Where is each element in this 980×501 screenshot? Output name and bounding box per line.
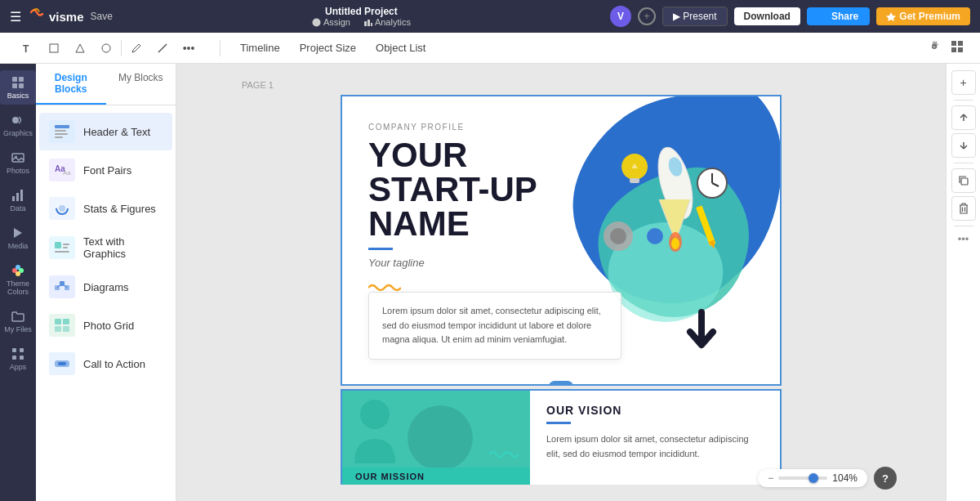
photo-grid-icon — [49, 314, 75, 337]
svg-rect-17 — [19, 83, 24, 88]
logo-v-icon — [28, 6, 46, 28]
panel-item-photo-grid[interactable]: Photo Grid — [39, 306, 172, 344]
svg-rect-23 — [20, 190, 23, 201]
svg-rect-15 — [19, 77, 24, 82]
hamburger-icon[interactable]: ☰ — [10, 9, 21, 25]
duplicate-button[interactable] — [951, 168, 976, 193]
cta-icon — [49, 352, 75, 375]
resize-handle[interactable] — [549, 381, 573, 386]
svg-rect-42 — [63, 244, 69, 245]
panel-item-diagrams[interactable]: Diagrams — [39, 268, 172, 306]
share-button[interactable]: Share — [807, 7, 870, 25]
move-up-button[interactable] — [951, 105, 976, 130]
svg-rect-71 — [557, 385, 565, 386]
move-down-button[interactable] — [951, 133, 976, 158]
canvas-page-2[interactable]: OUR MISSION OUR VISION Lorem ipsum dolor… — [341, 389, 782, 485]
tagline: Your tagline — [368, 257, 597, 269]
object-list-tab[interactable]: Object List — [376, 38, 425, 57]
line-tool-button[interactable] — [151, 37, 174, 60]
save-button[interactable]: Save — [91, 11, 113, 22]
zoom-minus-button[interactable]: − — [768, 472, 773, 484]
startup-name[interactable]: YOURSTART-UPNAME — [368, 138, 597, 241]
panel-item-label: Call to Action — [83, 358, 145, 370]
assign-link[interactable]: Assign — [312, 17, 350, 27]
canvas-page-1[interactable]: COMPANY PROFILE YOURSTART-UPNAME Your ta… — [341, 95, 782, 386]
svg-rect-33 — [55, 125, 69, 128]
settings-icon[interactable] — [928, 40, 941, 56]
sidebar-item-photos[interactable]: Photos — [0, 145, 36, 180]
download-button[interactable]: Download — [734, 7, 800, 25]
text-tool-button[interactable]: T — [16, 37, 39, 60]
svg-rect-52 — [55, 326, 61, 332]
sidebar-item-label-photos: Photos — [7, 167, 29, 175]
panel-item-label: Text with Graphics — [83, 235, 163, 260]
svg-rect-43 — [63, 247, 68, 248]
panel-item-label: Photo Grid — [83, 320, 134, 332]
more-tools-button[interactable]: ••• — [177, 37, 200, 60]
svg-point-73 — [360, 400, 390, 429]
panel-item-font-pairs[interactable]: Aa Aa Font Pairs — [39, 151, 172, 189]
circle-tool-button[interactable] — [95, 37, 118, 60]
svg-rect-10 — [951, 41, 956, 46]
add-section-button[interactable]: + — [951, 70, 976, 95]
timeline-tab[interactable]: Timeline — [240, 38, 280, 57]
right-panel-divider-1 — [954, 100, 973, 101]
svg-rect-55 — [58, 362, 66, 365]
panel-item-stats[interactable]: Stats & Figures — [39, 190, 172, 227]
sidebar-item-data[interactable]: Data — [0, 183, 36, 217]
right-panel: + — [946, 64, 980, 501]
sidebar-item-basics[interactable]: Basics — [0, 70, 36, 105]
pen-tool-button[interactable] — [125, 37, 148, 60]
svg-rect-11 — [958, 41, 963, 46]
delete-button[interactable] — [951, 196, 976, 221]
bottom-bar: − 104% ? — [758, 467, 897, 490]
left-sidebar: Basics Graphics Photos Data — [0, 64, 36, 501]
svg-line-9 — [158, 44, 167, 52]
svg-rect-3 — [371, 23, 372, 26]
sidebar-item-media[interactable]: Media — [0, 221, 36, 255]
help-button[interactable]: ? — [874, 467, 897, 490]
sidebar-item-label-theme-colors: Theme Colors — [3, 280, 33, 296]
our-mission-bar: OUR MISSION — [342, 467, 530, 485]
secondbar: T ••• Timeline Project Size Object List — [0, 33, 980, 64]
svg-rect-41 — [55, 242, 61, 248]
svg-rect-47 — [60, 281, 65, 286]
triangle-tool-button[interactable] — [69, 37, 91, 60]
svg-marker-7 — [76, 44, 84, 52]
svg-text:Aa: Aa — [63, 169, 71, 177]
panel-item-label: Stats & Figures — [83, 203, 156, 215]
right-panel-divider-2 — [954, 163, 973, 163]
get-premium-button[interactable]: Get Premium — [876, 7, 970, 25]
tab-design-blocks[interactable]: Design Blocks — [36, 64, 106, 105]
sidebar-item-apps[interactable]: Apps — [0, 342, 36, 376]
panel-item-label: Diagrams — [83, 281, 129, 293]
more-options-button[interactable]: ••• — [958, 233, 969, 245]
design-blocks-panel: Design Blocks My Blocks Header & Text — [36, 64, 176, 501]
analytics-link[interactable]: Analytics — [363, 17, 411, 27]
panel-item-header-text[interactable]: Header & Text — [39, 113, 172, 150]
add-collaborator-button[interactable]: + — [638, 7, 656, 25]
text-box[interactable]: Lorem ipsum dolor sit amet, consectetur … — [368, 292, 621, 360]
sidebar-item-graphics[interactable]: Graphics — [0, 108, 36, 142]
svg-rect-51 — [63, 319, 69, 324]
svg-rect-44 — [55, 251, 69, 253]
grid-view-icon[interactable] — [951, 40, 964, 56]
zoom-slider[interactable] — [778, 476, 827, 480]
panel-item-cta[interactable]: Call to Action — [39, 345, 172, 382]
svg-rect-29 — [12, 348, 16, 352]
present-button[interactable]: ▶ Present — [662, 7, 728, 26]
sidebar-item-my-files[interactable]: My Files — [0, 304, 36, 338]
svg-rect-80 — [961, 178, 968, 185]
body-text: Lorem ipsum dolor sit amet, consectetur … — [382, 306, 601, 344]
panel-item-text-graphics[interactable]: Text with Graphics — [39, 228, 172, 267]
svg-rect-32 — [20, 356, 24, 360]
tagline-divider — [368, 248, 393, 250]
rect-tool-button[interactable] — [42, 37, 65, 60]
sidebar-item-theme-colors[interactable]: Theme Colors — [0, 258, 36, 301]
project-links: Assign Analytics — [312, 17, 411, 27]
tab-my-blocks[interactable]: My Blocks — [106, 64, 176, 105]
svg-rect-30 — [20, 348, 24, 352]
project-size-tab[interactable]: Project Size — [300, 38, 356, 57]
zoom-thumb[interactable] — [808, 473, 818, 483]
header-text-icon — [49, 120, 75, 143]
